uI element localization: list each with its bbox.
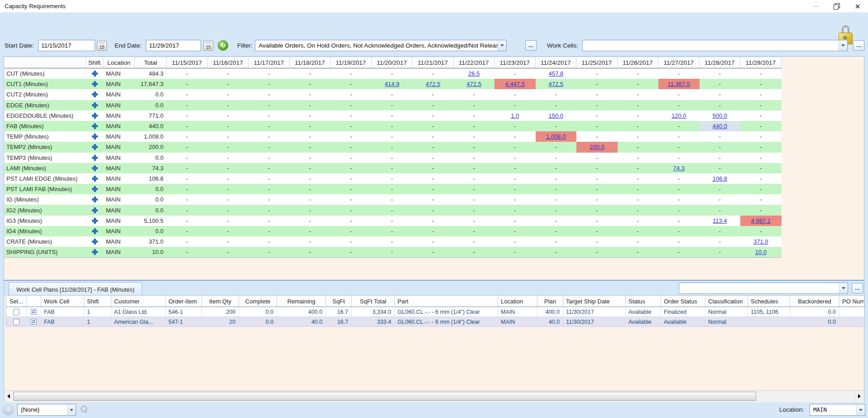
plans-column-header[interactable]: Item Qty [202, 296, 239, 307]
capacity-value-link[interactable]: 10.0 [755, 249, 767, 255]
capacity-value-cell[interactable]: 4,987.1 [740, 216, 782, 226]
expand-plus-icon[interactable] [92, 71, 98, 77]
key-icon[interactable] [78, 404, 89, 415]
plans-column-header[interactable]: Remaining [277, 296, 326, 307]
capacity-value-link[interactable]: 4,987.1 [751, 217, 771, 224]
capacity-value-link[interactable]: 440.0 [712, 123, 727, 130]
expand-plus-icon[interactable] [92, 249, 98, 255]
tab-work-cell-plans[interactable]: Work Cell Plans [11/28/2017] - FAB (Minu… [9, 282, 142, 296]
capacity-value-cell[interactable]: 10.0 [740, 247, 782, 257]
plans-column-header[interactable]: Customer [111, 296, 166, 307]
capacity-value-cell[interactable]: 472.5 [412, 79, 454, 89]
capacity-value-cell[interactable]: 113.4 [700, 216, 741, 226]
expand-plus-icon[interactable] [92, 102, 98, 108]
plans-selector-dropdown-button[interactable] [839, 283, 848, 293]
capacity-value-cell[interactable]: 371.0 [740, 236, 782, 247]
plans-selector[interactable] [679, 283, 848, 294]
expand-plus-icon[interactable] [92, 134, 98, 139]
capacity-value-link[interactable]: 120.0 [671, 112, 686, 119]
expand-plus-icon[interactable] [92, 123, 98, 129]
capacity-value-cell[interactable]: 11,367.5 [658, 79, 700, 89]
capacity-value-link[interactable]: 11,367.5 [667, 81, 690, 87]
plans-column-header[interactable]: SqFt Total [352, 296, 395, 307]
location-select[interactable]: MAIN [810, 404, 865, 416]
plans-column-header[interactable]: Work Cell [41, 296, 84, 307]
filter-dropdown-button[interactable] [498, 40, 506, 51]
capacity-value-link[interactable]: 113.4 [713, 217, 727, 224]
capacity-value-cell[interactable]: 74.3 [658, 163, 700, 173]
capacity-value-link[interactable]: 74.3 [673, 165, 685, 172]
capacity-value-link[interactable]: 472.5 [426, 81, 441, 87]
capacity-value-link[interactable]: 371.0 [753, 238, 768, 245]
capacity-value-link[interactable]: 472.5 [548, 81, 563, 87]
capacity-value-link[interactable]: 1.0 [511, 112, 519, 119]
filter-more-button[interactable]: ... [525, 40, 537, 51]
expand-plus-icon[interactable] [92, 218, 98, 224]
row-details-icon[interactable] [31, 319, 37, 325]
expand-plus-icon[interactable] [92, 155, 98, 161]
plans-column-header[interactable]: Plan [537, 296, 563, 307]
plans-column-header[interactable]: Backordered [790, 296, 839, 307]
work-cells-dropdown-button[interactable] [839, 40, 847, 51]
capacity-value-link[interactable]: 1,008.0 [546, 133, 566, 140]
capacity-value-link[interactable]: 106.8 [712, 175, 727, 182]
capacity-value-cell[interactable]: 500.0 [700, 111, 741, 121]
expand-plus-icon[interactable] [92, 228, 98, 234]
preset-dropdown-button[interactable] [67, 404, 76, 415]
capacity-value-link[interactable]: 472.5 [466, 81, 481, 87]
capacity-value-link[interactable]: 200.0 [590, 144, 604, 150]
plans-column-header[interactable]: Status [626, 296, 661, 307]
end-date-input[interactable] [146, 40, 201, 51]
capacity-value-cell[interactable]: 150.0 [536, 111, 577, 121]
capacity-value-cell[interactable]: 457.8 [536, 68, 577, 79]
plans-column-header[interactable]: Sel... [6, 296, 27, 307]
expand-plus-icon[interactable] [92, 176, 98, 182]
expand-plus-icon[interactable] [92, 144, 98, 150]
capacity-value-cell[interactable]: 472.5 [454, 79, 495, 89]
work-cells-select[interactable] [582, 40, 848, 51]
expand-plus-icon[interactable] [92, 186, 98, 192]
plans-column-header[interactable]: Classification [705, 296, 748, 307]
expand-plus-icon[interactable] [92, 239, 98, 245]
capacity-value-cell[interactable]: 200.0 [576, 142, 618, 152]
minimize-button[interactable] [806, 0, 826, 12]
capacity-value-cell[interactable]: 26.5 [454, 68, 495, 79]
capacity-value-link[interactable]: 414.9 [384, 81, 399, 87]
capacity-value-cell[interactable]: 414.9 [372, 79, 413, 89]
plans-column-header[interactable]: Shift [84, 296, 111, 307]
capacity-value-link[interactable]: 26.5 [468, 70, 480, 77]
plans-column-header[interactable]: Order Status [661, 296, 705, 307]
capacity-value-cell[interactable]: 472.5 [536, 79, 577, 89]
plans-column-header[interactable]: Location [498, 296, 537, 307]
expand-plus-icon[interactable] [92, 113, 98, 119]
expand-plus-icon[interactable] [92, 207, 98, 213]
start-date-calendar-button[interactable]: 15 [97, 41, 107, 51]
plans-column-header[interactable]: Part [395, 296, 498, 307]
row-select-checkbox[interactable] [13, 309, 19, 315]
close-button[interactable]: × [847, 0, 868, 12]
plans-column-header[interactable]: Target Ship Date [563, 296, 626, 307]
plans-more-button[interactable]: ... [852, 283, 863, 293]
expand-plus-icon[interactable] [92, 91, 98, 97]
location-dropdown-button[interactable] [856, 404, 865, 415]
capacity-value-cell[interactable]: 1,008.0 [536, 131, 577, 142]
preset-select[interactable]: {None} [17, 404, 76, 416]
capacity-value-cell[interactable]: 4,447.5 [494, 79, 536, 89]
capacity-value-cell[interactable]: 440.0 [700, 121, 741, 131]
expand-plus-icon[interactable] [92, 197, 98, 202]
capacity-value-link[interactable]: 500.0 [712, 112, 727, 119]
work-cells-more-button[interactable]: ... [853, 40, 864, 51]
horizontal-scrollbar[interactable] [4, 390, 864, 402]
restore-button[interactable] [826, 0, 847, 12]
expand-plus-icon[interactable] [92, 165, 98, 171]
capacity-value-cell[interactable]: 120.0 [658, 111, 700, 121]
plans-column-header[interactable] [27, 296, 41, 307]
back-button[interactable]: ‹ [3, 404, 14, 415]
row-details-icon[interactable] [31, 309, 37, 315]
plans-column-header[interactable]: Complete [239, 296, 277, 307]
capacity-value-cell[interactable]: 106.8 [700, 173, 741, 184]
start-date-input[interactable] [38, 40, 95, 51]
scroll-right-button[interactable] [854, 391, 864, 402]
filter-select[interactable]: Available Orders, On Hold Orders, Not Ac… [255, 40, 507, 51]
capacity-value-link[interactable]: 150.0 [548, 112, 563, 119]
